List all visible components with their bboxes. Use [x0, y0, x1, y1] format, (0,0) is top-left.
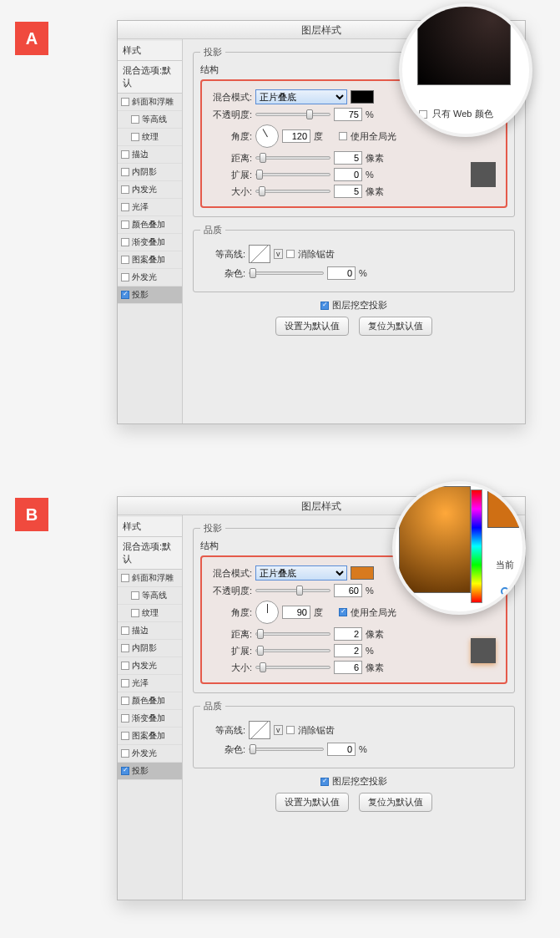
sidebar-item-bevel[interactable]: 斜面和浮雕	[118, 94, 182, 111]
distance-slider[interactable]	[255, 632, 330, 636]
web-colors-checkbox[interactable]	[419, 110, 427, 119]
global-light-checkbox[interactable]	[339, 608, 347, 616]
color-field[interactable]	[417, 3, 511, 85]
spread-input[interactable]	[334, 644, 362, 657]
set-default-button[interactable]: 设置为默认值	[275, 793, 349, 812]
sidebar-item-gradient-overlay[interactable]: 渐变叠加	[118, 710, 182, 728]
distance-input[interactable]	[334, 627, 362, 641]
sidebar-item-color-overlay[interactable]: 颜色叠加	[118, 692, 182, 710]
size-slider[interactable]	[255, 190, 330, 193]
checkbox-icon[interactable]	[121, 273, 129, 281]
sidebar-item-stroke[interactable]: 描边	[118, 622, 182, 640]
angle-dial[interactable]	[255, 601, 279, 624]
reset-default-button[interactable]: 复位为默认值	[359, 793, 432, 812]
checkbox-icon[interactable]	[121, 714, 129, 723]
size-slider[interactable]	[255, 666, 330, 669]
sidebar-item-drop-shadow[interactable]: 投影	[118, 286, 182, 304]
distance-input[interactable]	[334, 151, 362, 165]
color-field[interactable]	[399, 486, 471, 593]
angle-dial[interactable]	[255, 124, 279, 148]
noise-slider[interactable]	[249, 271, 324, 275]
sidebar-item-texture[interactable]: 纹理	[118, 129, 182, 146]
sidebar-item-inner-shadow[interactable]: 内阴影	[118, 640, 182, 657]
sidebar-item-pattern-overlay[interactable]: 图案叠加	[118, 728, 182, 745]
checkbox-icon[interactable]	[121, 767, 129, 775]
global-light-checkbox[interactable]	[339, 132, 347, 140]
checkbox-icon[interactable]	[121, 291, 129, 299]
checkbox-icon[interactable]	[121, 238, 129, 246]
checkbox-icon[interactable]	[121, 168, 129, 176]
opacity-slider[interactable]	[255, 589, 330, 592]
sidebar-item-pattern-overlay[interactable]: 图案叠加	[118, 251, 182, 269]
contour-picker[interactable]	[249, 721, 270, 739]
checkbox-icon[interactable]	[121, 749, 129, 758]
size-input[interactable]	[334, 661, 362, 674]
knockout-checkbox[interactable]	[320, 302, 329, 310]
sidebar-item-outer-glow[interactable]: 外发光	[118, 269, 182, 286]
checkbox-icon[interactable]	[121, 662, 129, 670]
angle-input[interactable]	[282, 606, 310, 619]
sidebar-blend-header[interactable]: 混合选项:默认	[118, 61, 182, 94]
opacity-slider[interactable]	[255, 113, 330, 116]
unit-percent: %	[366, 646, 387, 656]
checkbox-icon[interactable]	[121, 732, 129, 740]
distance-slider[interactable]	[255, 156, 330, 160]
checkbox-icon[interactable]	[121, 185, 129, 194]
contour-dropdown-icon[interactable]: v	[274, 249, 283, 259]
sidebar-item-gradient-overlay[interactable]: 渐变叠加	[118, 234, 182, 251]
opacity-input[interactable]	[334, 108, 362, 121]
contour-dropdown-icon[interactable]: v	[274, 725, 283, 735]
checkbox-icon[interactable]	[121, 644, 129, 652]
checkbox-icon[interactable]	[131, 591, 139, 600]
sidebar-item-color-overlay[interactable]: 颜色叠加	[118, 216, 182, 234]
knockout-checkbox[interactable]	[320, 778, 329, 786]
checkbox-icon[interactable]	[121, 203, 129, 211]
set-default-button[interactable]: 设置为默认值	[275, 317, 349, 336]
sidebar-header[interactable]: 样式	[118, 41, 182, 61]
checkbox-icon[interactable]	[121, 98, 129, 106]
checkbox-icon[interactable]	[121, 679, 129, 687]
sidebar-item-drop-shadow[interactable]: 投影	[118, 763, 182, 780]
sidebar-item-inner-shadow[interactable]: 内阴影	[118, 164, 182, 181]
sidebar-item-satin[interactable]: 光泽	[118, 675, 182, 692]
checkbox-icon[interactable]	[121, 150, 129, 159]
hue-strip[interactable]	[471, 489, 482, 603]
checkbox-icon[interactable]	[121, 256, 129, 264]
noise-input[interactable]	[327, 743, 356, 756]
antialias-checkbox[interactable]	[286, 250, 295, 258]
checkbox-icon[interactable]	[121, 697, 129, 705]
sidebar-item-contour[interactable]: 等高线	[118, 111, 182, 129]
sidebar-item-texture[interactable]: 纹理	[118, 605, 182, 622]
sidebar-item-bevel[interactable]: 斜面和浮雕	[118, 570, 182, 587]
contour-label: 等高线:	[200, 248, 245, 261]
contour-picker[interactable]	[249, 245, 270, 263]
checkbox-icon[interactable]	[131, 133, 139, 141]
blend-mode-select[interactable]: 正片叠底	[255, 565, 347, 581]
spread-input[interactable]	[334, 168, 362, 181]
blend-mode-select[interactable]: 正片叠底	[255, 89, 347, 104]
sidebar-item-outer-glow[interactable]: 外发光	[118, 745, 182, 763]
sidebar-item-stroke[interactable]: 描边	[118, 146, 182, 164]
spread-slider[interactable]	[255, 173, 330, 176]
sidebar-item-contour[interactable]: 等高线	[118, 587, 182, 605]
shadow-color-swatch[interactable]	[351, 566, 374, 580]
sidebar-item-inner-glow[interactable]: 内发光	[118, 657, 182, 675]
sidebar-header[interactable]: 样式	[118, 517, 182, 537]
checkbox-icon[interactable]	[121, 221, 129, 229]
opacity-input[interactable]	[334, 584, 362, 597]
checkbox-icon[interactable]	[131, 115, 139, 124]
sidebar-item-inner-glow[interactable]: 内发光	[118, 181, 182, 199]
noise-input[interactable]	[327, 266, 356, 280]
spread-slider[interactable]	[255, 649, 330, 652]
angle-input[interactable]	[282, 129, 310, 143]
sidebar-blend-header[interactable]: 混合选项:默认	[118, 537, 182, 570]
shadow-color-swatch[interactable]	[351, 90, 374, 104]
checkbox-icon[interactable]	[131, 609, 139, 617]
checkbox-icon[interactable]	[121, 626, 129, 635]
sidebar-item-satin[interactable]: 光泽	[118, 199, 182, 216]
antialias-checkbox[interactable]	[286, 726, 295, 734]
noise-slider[interactable]	[249, 748, 324, 751]
checkbox-icon[interactable]	[121, 574, 129, 582]
size-input[interactable]	[334, 185, 362, 198]
reset-default-button[interactable]: 复位为默认值	[359, 317, 432, 336]
